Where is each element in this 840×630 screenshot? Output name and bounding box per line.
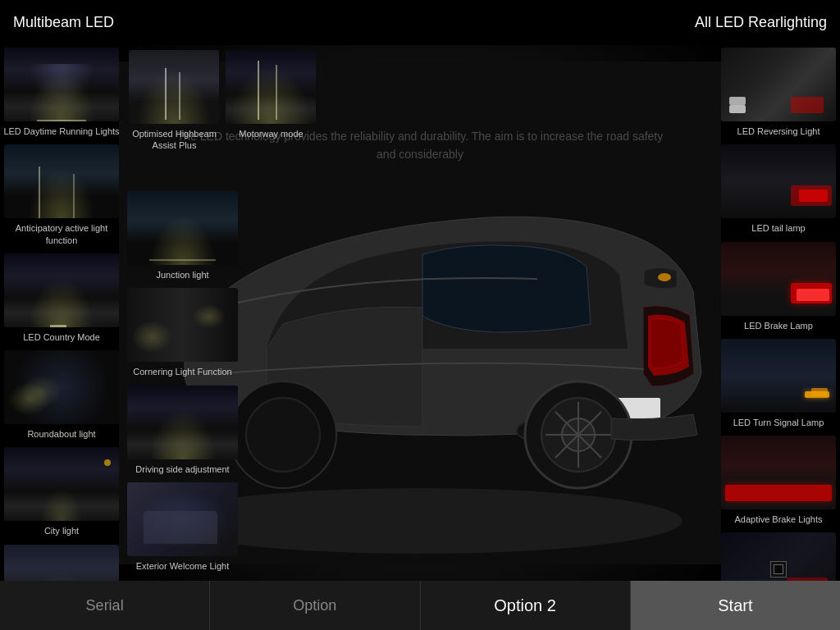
bottom-bar: Serial Option Option 2 Start <box>0 581 840 630</box>
thumb-label-city: City light <box>0 523 123 541</box>
serial-label: Serial <box>86 597 124 614</box>
svg-point-12 <box>246 398 320 472</box>
thumb-label-tail-lamp: LED tail lamp <box>717 221 840 239</box>
option-button[interactable]: Option <box>210 581 420 630</box>
thumb-exterior-welcome[interactable]: Exterior Welcome Light <box>123 482 242 577</box>
thumb-anticipatory[interactable]: Anticipatory active light function <box>0 144 123 251</box>
thumb-city-light[interactable]: City light <box>0 447 123 541</box>
thumb-label-led-daytime: LED Daytime Running Lights <box>0 124 123 142</box>
thumb-turn-signal[interactable]: LED Turn Signal Lamp <box>717 339 840 433</box>
thumb-roundabout[interactable]: Roundabout light <box>0 350 123 445</box>
thumb-country-mode[interactable]: LED Country Mode <box>0 253 123 348</box>
thumb-label-driving-side: Driving side adjustment <box>123 462 242 480</box>
thumb-label-optimised: Optimised Highbeam Assist Plus <box>127 126 221 157</box>
thumb-brake-lamp[interactable]: LED Brake Lamp <box>717 242 840 336</box>
thumb-adverse-weather[interactable]: Adverse weather light <box>0 545 123 581</box>
thumb-multilevel-tail[interactable]: Multilevel tail light <box>717 532 840 581</box>
right-column: LED Reversing Light LED tail lamp LED Br… <box>717 45 840 581</box>
thumb-label-cornering: Cornering Light Function <box>123 364 242 382</box>
thumb-label-anticipatory: Anticipatory active light function <box>0 221 123 251</box>
thumb-label-reversing: LED Reversing Light <box>717 124 840 142</box>
svg-point-13 <box>658 273 671 281</box>
thumb-label-roundabout: Roundabout light <box>0 427 123 445</box>
thumb-label-turn-signal: LED Turn Signal Lamp <box>717 415 840 433</box>
thumb-label-country-mode: LED Country Mode <box>0 330 123 348</box>
option2-label: Option 2 <box>494 596 556 615</box>
serial-button[interactable]: Serial <box>0 581 210 630</box>
top-center-row: Optimised Highbeam Assist Plus Motorway … <box>123 45 717 185</box>
thumb-motorway-mode[interactable]: Motorway mode <box>224 48 318 144</box>
thumb-driving-side[interactable]: Driving side adjustment <box>123 386 242 480</box>
title-right: All LED Rearlighting <box>695 14 827 31</box>
option2-button[interactable]: Option 2 <box>421 581 631 630</box>
title-left: Multibeam LED <box>13 14 114 31</box>
thumb-adaptive-brake[interactable]: Adaptive Brake Lights <box>717 436 840 530</box>
thumb-label-exterior-welcome: Exterior Welcome Light <box>123 559 242 577</box>
start-button[interactable]: Start <box>631 581 840 630</box>
thumb-label-brake-lamp: LED Brake Lamp <box>717 318 840 336</box>
header: Multibeam LED All LED Rearlighting <box>0 0 840 45</box>
left-column: LED Daytime Running Lights Anticipatory … <box>0 45 123 581</box>
option-label: Option <box>293 597 336 614</box>
thumb-label-junction: Junction light <box>123 267 242 285</box>
thumb-reversing-light[interactable]: LED Reversing Light <box>717 48 840 142</box>
start-label: Start <box>718 596 752 615</box>
thumb-label-motorway: Motorway mode <box>224 126 318 144</box>
thumb-tail-lamp[interactable]: LED tail lamp <box>717 144 840 239</box>
thumb-led-daytime[interactable]: LED Daytime Running Lights <box>0 48 123 142</box>
thumb-junction-light[interactable]: Junction light <box>123 191 242 285</box>
thumb-cornering[interactable]: Cornering Light Function <box>123 288 242 382</box>
thumb-label-adaptive-brake: Adaptive Brake Lights <box>717 512 840 530</box>
thumb-optimised-highbeam[interactable]: Optimised Highbeam Assist Plus <box>127 48 221 157</box>
